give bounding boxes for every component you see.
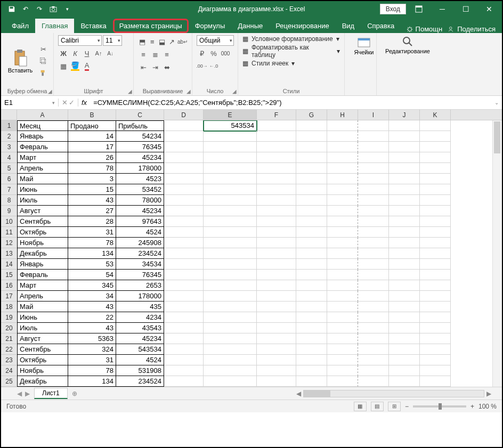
tab-Справка[interactable]: Справка	[361, 19, 401, 33]
cell[interactable]: 26	[68, 152, 116, 163]
enter-formula-icon[interactable]: ✓	[69, 99, 75, 107]
cell[interactable]	[296, 291, 327, 302]
cell[interactable]	[164, 195, 204, 206]
cell[interactable]	[327, 131, 358, 142]
cell[interactable]	[204, 131, 257, 142]
cell-styles-button[interactable]: ▦Стили ячеек ▾	[242, 60, 340, 67]
cell[interactable]	[204, 216, 257, 227]
cell[interactable]	[296, 142, 327, 152]
cell[interactable]	[389, 344, 420, 355]
tab-Файл[interactable]: Файл	[5, 19, 35, 33]
cell[interactable]: Апрель	[17, 291, 68, 302]
row-header[interactable]: 22	[1, 344, 17, 355]
cell[interactable]	[204, 312, 257, 323]
row-header[interactable]: 20	[1, 323, 17, 333]
cell[interactable]	[164, 355, 204, 365]
cell[interactable]	[204, 280, 257, 291]
save-icon[interactable]	[5, 3, 18, 15]
cell[interactable]	[257, 184, 296, 195]
tab-Рецензирование[interactable]: Рецензирование	[269, 19, 335, 33]
editing-button[interactable]: Редактирование	[381, 35, 434, 54]
format-painter-icon[interactable]	[37, 68, 49, 78]
hscroll-right-icon[interactable]: ▶	[486, 390, 491, 397]
cell[interactable]	[327, 302, 358, 312]
formula-expand-icon[interactable]: ⌄	[491, 100, 502, 105]
cell[interactable]	[164, 131, 204, 142]
cell[interactable]	[420, 291, 451, 302]
cell[interactable]	[389, 312, 420, 323]
cell[interactable]	[296, 355, 327, 365]
cell[interactable]: 543534	[116, 344, 164, 355]
cell[interactable]	[327, 270, 358, 280]
cell[interactable]: 78	[68, 238, 116, 248]
currency-icon[interactable]: ₽	[197, 48, 207, 59]
cell[interactable]	[164, 259, 204, 270]
minimize-icon[interactable]: ─	[432, 1, 453, 17]
cell[interactable]	[296, 195, 327, 206]
cell[interactable]	[257, 216, 296, 227]
row-header[interactable]: 8	[1, 195, 17, 206]
cell[interactable]: Май	[17, 174, 68, 184]
cell[interactable]	[420, 238, 451, 248]
cell[interactable]	[389, 333, 420, 344]
cell[interactable]	[327, 184, 358, 195]
cell[interactable]: 45234	[116, 333, 164, 344]
cell[interactable]	[257, 142, 296, 152]
cell[interactable]: 54	[68, 270, 116, 280]
sheet-tab[interactable]: Лист1	[34, 388, 68, 399]
cell[interactable]	[358, 280, 389, 291]
cell[interactable]	[420, 163, 451, 174]
underline-icon[interactable]: Ч	[82, 48, 92, 59]
font-grow-icon[interactable]: A↑	[93, 48, 104, 59]
undo-icon[interactable]: ↶	[19, 3, 32, 15]
row-header[interactable]: 25	[1, 376, 17, 387]
cell[interactable]	[420, 344, 451, 355]
view-page-break-icon[interactable]: ⊞	[388, 402, 401, 411]
cell[interactable]	[327, 280, 358, 291]
cell[interactable]	[296, 238, 327, 248]
cell[interactable]	[389, 195, 420, 206]
cell[interactable]	[204, 184, 257, 195]
new-sheet-icon[interactable]: ⊕	[72, 390, 77, 397]
tell-me-button[interactable]: Помощн	[406, 25, 443, 33]
border-icon[interactable]: ▦	[58, 61, 69, 71]
cell[interactable]	[204, 355, 257, 365]
cell[interactable]	[257, 323, 296, 333]
cell[interactable]	[327, 142, 358, 152]
cells-button[interactable]: Ячейки	[349, 35, 379, 55]
cell[interactable]	[389, 259, 420, 270]
cell[interactable]	[389, 238, 420, 248]
cell[interactable]: 78	[68, 163, 116, 174]
cell[interactable]: Август	[17, 333, 68, 344]
cell[interactable]: 34534	[116, 259, 164, 270]
cell[interactable]	[358, 227, 389, 238]
cell[interactable]	[389, 163, 420, 174]
cell[interactable]	[257, 195, 296, 206]
cell[interactable]: Февраль	[17, 142, 68, 152]
cell[interactable]	[389, 248, 420, 259]
cell[interactable]	[420, 120, 451, 131]
cell[interactable]	[358, 248, 389, 259]
cell[interactable]: 53452	[116, 184, 164, 195]
cell[interactable]	[389, 323, 420, 333]
cell[interactable]	[296, 131, 327, 142]
align-launcher-icon[interactable]: ◢	[186, 88, 191, 94]
indent-dec-icon[interactable]: ⇤	[138, 62, 149, 72]
cell[interactable]	[420, 333, 451, 344]
cell[interactable]	[420, 227, 451, 238]
row-header[interactable]: 19	[1, 312, 17, 323]
cell[interactable]	[420, 206, 451, 216]
cell[interactable]	[358, 302, 389, 312]
cell[interactable]	[420, 312, 451, 323]
cell[interactable]: Июнь	[17, 312, 68, 323]
cell[interactable]	[257, 270, 296, 280]
cell[interactable]: Прибыль	[116, 120, 164, 131]
cell[interactable]	[389, 365, 420, 376]
row-header[interactable]: 10	[1, 216, 17, 227]
cell[interactable]: 22	[68, 312, 116, 323]
row-header[interactable]: 18	[1, 302, 17, 312]
cell[interactable]	[327, 227, 358, 238]
cell[interactable]	[164, 376, 204, 387]
cell[interactable]	[296, 152, 327, 163]
cell[interactable]	[358, 270, 389, 280]
